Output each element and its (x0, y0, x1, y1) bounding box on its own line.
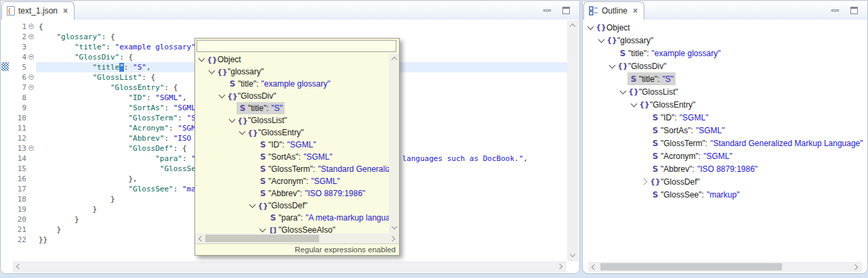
object-icon: {} (217, 68, 228, 76)
tree-item[interactable]: S"Acronym":"SGML" (583, 149, 866, 162)
editor-vertical-scrollbar[interactable] (567, 20, 579, 261)
tree-item[interactable]: {}"GlossDiv" (583, 60, 866, 72)
line-number: 7 (9, 83, 36, 93)
tree-item-label: "SortAs": (661, 126, 693, 135)
scroll-right-icon[interactable] (853, 264, 860, 271)
tree-item-label: "title": (248, 103, 269, 113)
string-icon: S (257, 152, 268, 162)
chevron-expanded-icon[interactable] (249, 202, 257, 210)
scrollbar-thumb[interactable] (600, 263, 782, 271)
chevron-expanded-icon[interactable] (619, 88, 627, 96)
scroll-left-icon[interactable] (197, 235, 204, 242)
chevron-expanded-icon[interactable] (598, 37, 606, 45)
scroll-right-icon[interactable] (558, 263, 564, 270)
editor-horizontal-scrollbar[interactable] (13, 261, 566, 273)
tree-item-label: "ID": (661, 113, 677, 122)
editor-minimize-button[interactable] (541, 5, 552, 15)
tree-item[interactable]: S"title":"S" (195, 102, 389, 114)
tree-item[interactable]: S"title":"example glossary" (583, 47, 866, 60)
popup-status-text: Regular expressions enabled (295, 246, 396, 254)
chevron-collapsed-icon[interactable] (641, 178, 649, 186)
fold-collapse-icon[interactable] (26, 83, 36, 93)
scroll-up-icon[interactable] (569, 22, 576, 29)
chevron-spacer (249, 141, 257, 149)
outline-title: Outline (602, 6, 627, 16)
object-icon: {} (247, 129, 258, 137)
chevron-expanded-icon[interactable] (239, 129, 247, 137)
editor-tab[interactable]: { text_1.json × (1, 1, 75, 20)
fold-collapse-icon[interactable] (26, 32, 36, 42)
tree-item[interactable]: {}"GlossList" (195, 114, 389, 126)
tree-item[interactable]: {}"glossary" (583, 34, 866, 47)
chevron-expanded-icon[interactable] (198, 55, 206, 64)
tree-item[interactable]: {}"GlossEntry" (195, 126, 389, 139)
tree-item[interactable]: {}"GlossList" (583, 85, 866, 98)
tree-item[interactable]: S"title":"S" (583, 72, 866, 85)
tree-item[interactable]: {}"GlossDef" (583, 175, 866, 188)
tree-item-value: "SGML" (703, 152, 732, 161)
quick-outline-filter-input[interactable] (197, 40, 396, 52)
popup-vertical-scrollbar[interactable] (389, 53, 399, 233)
fold-collapse-icon[interactable] (26, 22, 36, 32)
maximize-icon (562, 7, 570, 14)
editor-maximize-button[interactable] (560, 5, 571, 15)
tree-item-value: "SGML" (680, 113, 709, 122)
tree-item[interactable]: {}"GlossDef" (195, 200, 389, 212)
chevron-expanded-icon[interactable] (630, 101, 638, 109)
tree-item[interactable]: {}Object (583, 21, 866, 34)
tree-item[interactable]: S"para":"A meta-markup language, used to… (195, 212, 389, 224)
chevron-expanded-icon[interactable] (259, 226, 267, 233)
chevron-spacer (641, 126, 649, 135)
chevron-expanded-icon[interactable] (228, 116, 236, 124)
fold-collapse-icon[interactable] (26, 72, 36, 83)
tree-item[interactable]: S"title":"example glossary" (195, 78, 389, 90)
scroll-down-icon[interactable] (391, 225, 398, 231)
tree-item[interactable]: S"Acronym":"SGML" (195, 175, 389, 187)
maximize-icon (850, 7, 858, 14)
tree-item[interactable]: S"ID":"SGML" (195, 139, 389, 151)
outline-maximize-button[interactable] (848, 5, 859, 15)
line-number: 19 (9, 204, 36, 214)
fold-collapse-icon[interactable] (26, 143, 36, 154)
string-icon: S (650, 164, 661, 174)
outline-minimize-button[interactable] (829, 5, 840, 15)
tree-item[interactable]: {}"GlossDiv" (195, 90, 389, 102)
tree-item[interactable]: S"Abbrev":"ISO 8879:1986" (583, 162, 866, 175)
tree-item[interactable]: S"SortAs":"SGML" (583, 124, 866, 137)
chevron-expanded-icon[interactable] (218, 92, 226, 100)
line-number: 10 (9, 113, 36, 123)
tree-item[interactable]: S"GlossSee":"markup" (583, 188, 866, 201)
tree-item[interactable]: S"GlossTerm":"Standard Generalized Marku… (195, 163, 389, 175)
fold-spacer (26, 164, 36, 174)
scroll-up-icon[interactable] (391, 55, 398, 62)
fold-spacer (26, 62, 36, 72)
scrollbar-thumb[interactable] (205, 235, 319, 242)
tree-item[interactable]: S"GlossTerm":"Standard Generalized Marku… (583, 137, 866, 149)
popup-horizontal-scrollbar[interactable] (195, 233, 399, 244)
fold-collapse-icon[interactable] (26, 52, 36, 62)
tree-item[interactable]: {}"GlossEntry" (583, 98, 866, 111)
tree-item[interactable]: S"SortAs":"SGML" (195, 151, 389, 163)
outline-horizontal-scrollbar[interactable] (588, 262, 862, 272)
chevron-expanded-icon[interactable] (208, 68, 216, 76)
tree-item-content: S"SortAs":"SGML" (649, 124, 726, 137)
tree-item[interactable]: S"ID":"SGML" (583, 111, 866, 124)
code-line[interactable]: { (36, 22, 567, 32)
scroll-right-icon[interactable] (390, 235, 397, 242)
scroll-down-icon[interactable] (569, 252, 576, 259)
scroll-left-icon[interactable] (15, 263, 22, 270)
outline-close-icon[interactable]: × (631, 7, 638, 15)
outline-view-tab[interactable]: Outline × (583, 1, 644, 20)
tree-item[interactable]: {}Object (195, 53, 389, 66)
scroll-left-icon[interactable] (590, 264, 597, 271)
chevron-spacer (641, 139, 649, 147)
tree-item[interactable]: []"GlossSeeAlso" (195, 224, 389, 233)
string-icon: S (628, 74, 639, 84)
tree-item-content: S"ID":"SGML" (649, 111, 710, 124)
tree-item[interactable]: S"Abbrev":"ISO 8879:1986" (195, 187, 389, 200)
chevron-expanded-icon[interactable] (608, 62, 617, 70)
tree-item[interactable]: {}"glossary" (195, 66, 389, 78)
tab-close-icon[interactable]: × (61, 7, 68, 15)
object-icon: {} (617, 62, 628, 70)
chevron-expanded-icon[interactable] (587, 24, 595, 32)
